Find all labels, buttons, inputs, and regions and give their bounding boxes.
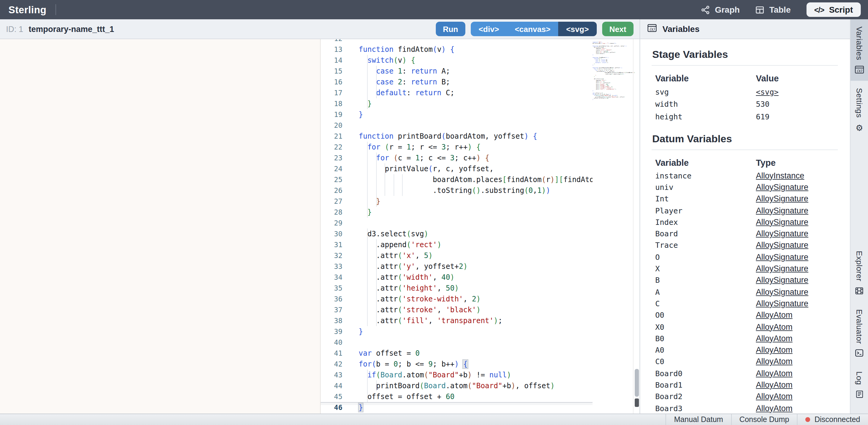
film-icon (855, 286, 864, 295)
variables-icon: (x) (647, 23, 657, 35)
section-heading: Datum Variables (652, 133, 850, 145)
console-dump-button[interactable]: Console Dump (731, 414, 797, 425)
variable-value-link[interactable]: AlloySignature (756, 194, 808, 203)
variable-name: svg (655, 87, 756, 96)
code-line: 22 for (r = 1; r <= 3; r++) { (321, 142, 592, 153)
variable-value-link[interactable]: AlloySignature (756, 299, 808, 308)
line-number: 37 (321, 304, 349, 315)
side-tab-label: Explorer (855, 251, 864, 281)
variable-row: O0AlloyAtom (655, 309, 841, 321)
section-heading: Stage Variables (652, 49, 850, 61)
variable-value-link[interactable]: AlloySignature (756, 276, 808, 285)
line-number: 27 (321, 196, 349, 207)
variable-row: BAlloySignature (655, 274, 841, 286)
line-number: 35 (321, 283, 349, 294)
line-content: for (r = 1; r <= 3; r++) { (349, 142, 592, 153)
code-line: 15 case 1: return A; (321, 66, 592, 77)
code-line: 21function printBoard(boardAtom, yoffset… (321, 131, 592, 142)
code-line: 25 boardAtom.places[findAtom(r)][findAto… (321, 174, 592, 185)
code-line: 35 .attr('height', 50) (321, 283, 592, 294)
variable-value-link[interactable]: AlloyAtom (756, 392, 793, 401)
view-tab-label: Table (769, 5, 790, 14)
variable-name: height (655, 112, 756, 121)
column-header: Variable (655, 73, 756, 83)
line-number: 15 (321, 66, 349, 77)
variable-value-link[interactable]: AlloySignature (756, 229, 808, 238)
variable-value-link[interactable]: AlloyAtom (756, 322, 793, 331)
next-button[interactable]: Next (602, 22, 633, 36)
view-tab-script[interactable]: </>Script (806, 2, 861, 17)
side-tab-log[interactable]: Log (850, 364, 868, 405)
scrollbar-thumb-dark[interactable] (635, 398, 639, 407)
stage-canvas[interactable] (0, 39, 320, 414)
variable-name: Board2 (655, 392, 756, 401)
variable-value-link[interactable]: AlloySignature (756, 264, 808, 273)
stage-option-div[interactable]: <div> (471, 22, 507, 36)
line-number: 44 (321, 381, 349, 391)
code-line: 44 printBoard(Board.atom("Board"+b), off… (321, 381, 592, 391)
code-line: 43 if(Board.atom("Board"+b) != null) (321, 369, 592, 381)
editor-vertical-scrollbar[interactable] (633, 39, 640, 414)
variables-icon: (x) (855, 65, 864, 74)
variables-panel-header: (x) Variables (640, 19, 850, 39)
line-number: 17 (321, 87, 349, 98)
line-content: boardAtom.places[findAtom(r)][findAtom(c… (349, 174, 592, 185)
line-content: function findAtom(v) { (349, 44, 592, 55)
variable-value-link[interactable]: AlloySignature (756, 183, 808, 192)
variable-value-link[interactable]: AlloySignature (756, 241, 808, 250)
variable-value: 619 (756, 112, 770, 121)
editor-horizontal-scrollbar[interactable] (321, 402, 592, 405)
line-content: if(Board.atom("Board"+b) != null) (349, 369, 592, 381)
variable-value-link[interactable]: AlloySignature (756, 287, 808, 296)
line-content: .toString().substring(0,1)) (349, 185, 592, 196)
code-line: 19} (321, 109, 592, 120)
side-tab-evaluator[interactable]: Evaluator (850, 302, 868, 364)
variable-value-link[interactable]: AlloyAtom (756, 404, 793, 413)
variable-value-link[interactable]: <svg> (756, 87, 778, 96)
variable-value-link[interactable]: AlloySignature (756, 218, 808, 227)
variable-value-link[interactable]: AlloyAtom (756, 345, 793, 355)
script-controls: Run <div><canvas><svg> Next (435, 22, 640, 36)
run-button[interactable]: Run (435, 22, 465, 36)
stage-option-svg[interactable]: <svg> (558, 22, 596, 36)
variable-value-link[interactable]: AlloyAtom (756, 310, 793, 320)
variable-value-link[interactable]: AlloyAtom (756, 381, 793, 389)
code-scroll-area[interactable]: 1213function findAtom(v) {14 switch(v) {… (321, 39, 592, 414)
variable-value-link[interactable]: AlloyAtom (756, 357, 793, 366)
code-minimap[interactable]: require('d3')d3.selectAll("svg > *").rem… (592, 41, 632, 100)
stage-option-canvas[interactable]: <canvas> (507, 22, 558, 36)
variable-value-link[interactable]: AlloyInstance (756, 171, 804, 180)
side-tab-settings[interactable]: Settings⚙ (850, 81, 868, 140)
datum-name: temporary-name_ttt_1 (29, 24, 114, 33)
line-number: 30 (321, 229, 349, 239)
side-tab-label: Variables (855, 27, 864, 60)
line-content: case 2: return B; (349, 77, 592, 87)
variable-value-link[interactable]: AlloyAtom (756, 369, 793, 378)
table-header-row: VariableValue (655, 71, 841, 86)
line-content: } (349, 326, 592, 337)
line-number: 25 (321, 174, 349, 185)
variable-value-link[interactable]: AlloyAtom (756, 334, 793, 343)
scrollbar-thumb[interactable] (635, 369, 639, 397)
code-line: 23 for (c = 1; c <= 3; c++) { (321, 153, 592, 163)
manual-datum-button[interactable]: Manual Datum (666, 414, 731, 425)
variable-value-link[interactable]: AlloySignature (756, 252, 808, 261)
code-line: 37 .attr('stroke', 'black') (321, 304, 592, 315)
variable-row: Board0AlloyAtom (655, 367, 841, 379)
side-tab-variables[interactable]: Variables(x) (850, 19, 868, 81)
view-tab-graph[interactable]: Graph (701, 2, 740, 17)
line-content: .attr('y', yoffset+2) (349, 261, 592, 272)
code-line: 16 case 2: return B; (321, 77, 592, 87)
line-number: 23 (321, 153, 349, 163)
terminal-icon (855, 349, 864, 358)
line-content: .attr('height', 50) (349, 283, 592, 294)
variable-value-link[interactable]: AlloySignature (756, 206, 808, 215)
line-number: 31 (321, 239, 349, 250)
view-tab-table[interactable]: Table (755, 2, 790, 17)
line-content: .attr('stroke-width', 2) (349, 294, 592, 304)
variable-name: B0 (655, 334, 756, 343)
line-number: 41 (321, 348, 349, 359)
variable-name: Board3 (655, 404, 756, 413)
side-tab-explorer[interactable]: Explorer (850, 244, 868, 302)
code-line: 26 .toString().substring(0,1)) (321, 185, 592, 196)
